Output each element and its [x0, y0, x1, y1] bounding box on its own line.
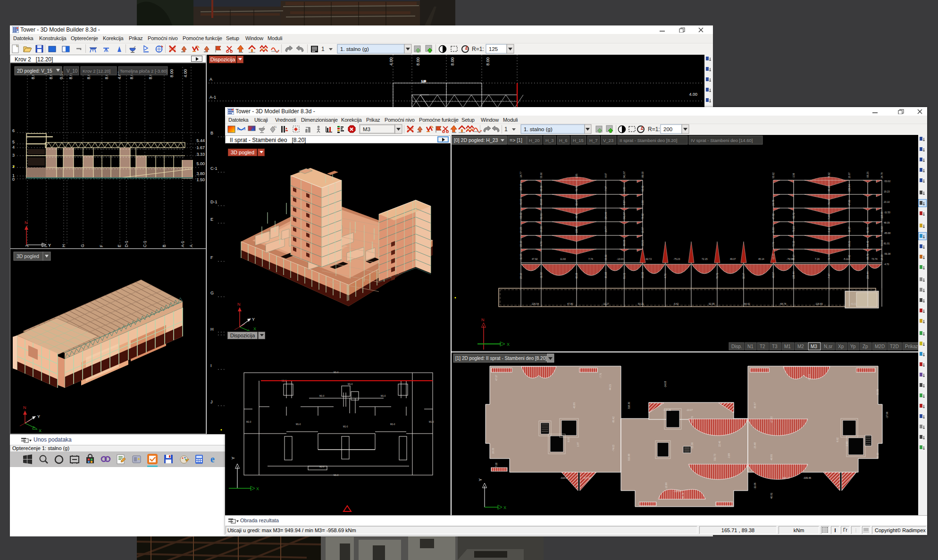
svg-text:X: X [503, 505, 506, 510]
svg-text:64.42: 64.42 [744, 302, 750, 305]
svg-text:-53.02: -53.02 [880, 240, 883, 247]
svg-text:70.71: 70.71 [575, 185, 578, 192]
svg-text:R=1:: R=1: [472, 46, 484, 52]
svg-text:-339.46: -339.46 [803, 476, 811, 479]
svg-text:G: G [210, 291, 214, 295]
svg-text:1.20: 1.20 [421, 80, 426, 83]
svg-text:7.74: 7.74 [772, 242, 775, 247]
svg-text:-308.27: -308.27 [782, 476, 790, 479]
svg-text:M1-0: M1-0 [390, 423, 395, 426]
svg-text:-7.47: -7.47 [604, 186, 607, 192]
svg-text:-68.78: -68.78 [866, 254, 869, 260]
svg-text:-76.58: -76.58 [787, 258, 793, 260]
svg-text:55.60: 55.60 [540, 172, 543, 178]
svg-text:200: 200 [663, 126, 672, 132]
svg-text:40.91: 40.91 [770, 493, 773, 499]
svg-text:Prikaz...: Prikaz... [905, 344, 918, 349]
svg-text:B: B [210, 131, 213, 135]
svg-text:-58.25: -58.25 [641, 240, 644, 247]
svg-text:3.80: 3.80 [196, 171, 205, 176]
svg-text:1: 1 [504, 126, 508, 133]
svg-text:N: N [237, 302, 241, 307]
svg-text:47.80: 47.80 [848, 200, 851, 206]
svg-text:8.00: 8.00 [450, 57, 455, 66]
svg-text:-92.72: -92.72 [645, 258, 652, 260]
svg-text:-318.61: -318.61 [560, 476, 568, 479]
svg-text:X: X [256, 486, 259, 491]
svg-text:47.92: 47.92 [772, 213, 775, 219]
svg-text:1.85: 1.85 [623, 187, 626, 192]
svg-text:3D pogled: 3D pogled [17, 253, 39, 259]
svg-text:-59.38: -59.38 [540, 226, 543, 233]
svg-text:7.24: 7.24 [828, 215, 830, 219]
svg-text:125: 125 [489, 46, 498, 52]
svg-text:H_7: H_7 [589, 138, 597, 143]
svg-text:D-1: D-1 [210, 200, 218, 204]
svg-text:-41.02: -41.02 [880, 226, 883, 233]
svg-text:64.42: 64.42 [866, 241, 869, 247]
svg-text:8.00: 8.00 [169, 69, 174, 77]
svg-text:-92.72: -92.72 [792, 213, 795, 219]
svg-text:1. stalno (g): 1. stalno (g) [340, 46, 369, 52]
svg-text:-9.97: -9.97 [604, 173, 607, 178]
svg-text:8.00: 8.00 [486, 57, 490, 66]
svg-text:-4.70: -4.70 [884, 263, 889, 266]
svg-text:V_10: V_10 [67, 68, 78, 74]
svg-text:5.00: 5.00 [196, 161, 205, 166]
svg-text:11.93: 11.93 [560, 258, 566, 260]
svg-text:-13.03: -13.03 [617, 258, 623, 260]
svg-text:49.07: 49.07 [730, 258, 736, 260]
svg-text:6: 6 [12, 128, 15, 133]
svg-text:138.44: 138.44 [792, 271, 795, 279]
svg-text:I: I [43, 246, 48, 247]
svg-text:Krov 2 [12.20]: Krov 2 [12.20] [83, 68, 110, 74]
svg-text:341.97: 341.97 [623, 212, 626, 219]
svg-text:81.01: 81.01 [884, 242, 890, 245]
svg-text:H: H [61, 244, 66, 247]
svg-text:-5.11: -5.11 [843, 258, 848, 260]
svg-text:93.62: 93.62 [772, 172, 775, 178]
svg-text:-74.03: -74.03 [612, 445, 615, 451]
svg-text:30.10: 30.10 [876, 452, 879, 459]
svg-text:93.62: 93.62 [641, 185, 644, 192]
svg-text:-76.58: -76.58 [828, 199, 830, 206]
svg-text:C-1: C-1 [210, 166, 218, 171]
svg-text:-13.03: -13.03 [772, 254, 775, 260]
svg-text:1.85: 1.85 [575, 174, 578, 178]
svg-text:-75.23: -75.23 [673, 258, 680, 260]
svg-text:-75.23: -75.23 [792, 226, 795, 233]
svg-text:-49.97: -49.97 [575, 213, 578, 219]
svg-text:M1-0: M1-0 [246, 421, 251, 423]
svg-text:E: E [117, 244, 122, 247]
svg-text:R=1:: R=1: [648, 126, 660, 133]
svg-text:X: X [253, 326, 256, 331]
svg-text:341.97: 341.97 [623, 171, 626, 178]
svg-text:2D pogled: V_15: 2D pogled: V_15 [17, 68, 52, 74]
svg-text:Y: Y [478, 478, 483, 481]
svg-text:-5.11: -5.11 [828, 228, 830, 233]
svg-text:226.54: 226.54 [848, 184, 851, 192]
svg-text:Zp: Zp [863, 344, 868, 349]
svg-text:M3: M3 [363, 126, 370, 132]
svg-text:M1-0: M1-0 [319, 466, 325, 468]
svg-text:-10.25: -10.25 [808, 374, 811, 381]
svg-text:M2D: M2D [875, 344, 885, 349]
svg-text:234.44: 234.44 [866, 271, 869, 279]
svg-text:19.23: 19.23 [519, 227, 522, 233]
svg-text:-14.08: -14.08 [664, 381, 667, 388]
svg-text:-118.69: -118.69 [880, 211, 883, 219]
svg-text:-14.77: -14.77 [604, 226, 607, 233]
svg-text:-3.89: -3.89 [728, 453, 730, 459]
svg-text:Temeljna ploča 2 [-3.80]: Temeljna ploča 2 [-3.80] [120, 68, 168, 74]
svg-text:73.74: 73.74 [871, 258, 878, 260]
svg-text:Yp: Yp [850, 344, 856, 349]
svg-text:-49.97: -49.97 [772, 272, 775, 279]
svg-text:[1] 2D pogled: II sprat - Stam: [1] 2D pogled: II sprat - Stambeni deo [… [455, 356, 547, 361]
svg-text:N: N [23, 405, 26, 410]
svg-text:=> [1]: => [1] [510, 137, 522, 143]
svg-text:1.67: 1.67 [196, 145, 205, 150]
svg-text:N,sr: N,sr [824, 344, 833, 349]
svg-text:-58.25: -58.25 [866, 172, 869, 178]
svg-text:73.74: 73.74 [828, 254, 830, 260]
svg-text:H_3: H_3 [545, 138, 553, 143]
